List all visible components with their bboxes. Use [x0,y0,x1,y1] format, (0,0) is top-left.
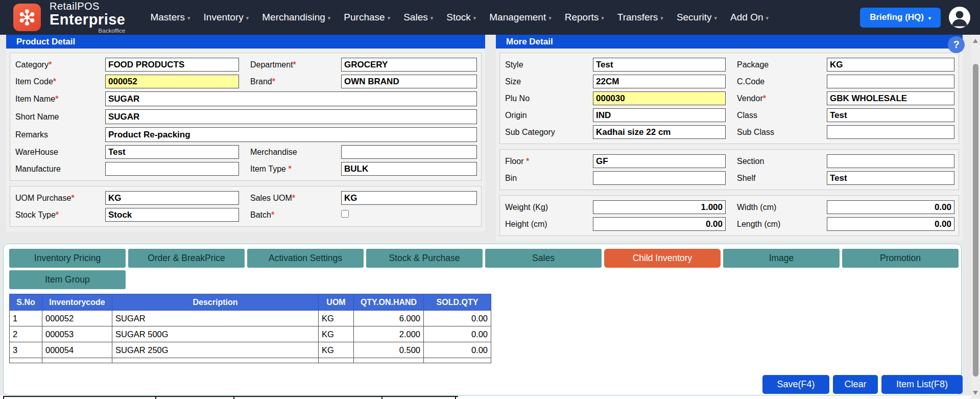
tab-inventory-pricing[interactable]: Inventory Pricing [9,249,126,268]
tab-promotion[interactable]: Promotion [842,249,959,268]
table-cell: 2.000 [354,326,424,342]
length-input[interactable] [827,217,954,231]
column-header-inventorycode: Inventorycode [42,294,112,311]
menu-merchandising[interactable]: Merchandising▾ [255,7,337,28]
menu-label: Purchase [344,12,385,23]
chevron-down-icon: ▾ [660,15,663,21]
menu-reports[interactable]: Reports▾ [558,7,611,28]
menu-stock[interactable]: Stock▾ [440,7,483,28]
style-label: Style [505,60,593,69]
brand-block: RetailPOS Enterprise Backoffice [50,1,125,34]
column-header-qty-on-hand: QTY.ON.HAND [354,294,424,311]
item-type-input[interactable] [341,162,477,176]
vendor-input[interactable] [827,91,954,105]
brand-input[interactable] [341,75,477,88]
sales-uom-input[interactable] [341,191,477,205]
scroll-up-arrow-icon[interactable] [973,39,978,43]
table-cell: 000053 [42,326,112,342]
class-input[interactable] [827,108,954,122]
item-code-label: Item Code* [15,77,105,86]
menu-sales[interactable]: Sales▾ [397,7,440,28]
size-input[interactable] [593,75,726,88]
batch-checkbox[interactable] [341,210,349,218]
weight-input[interactable] [593,200,726,214]
tab-sales[interactable]: Sales [485,249,602,268]
height-input[interactable] [593,217,726,231]
menu-masters[interactable]: Masters▾ [144,7,197,28]
table-header-row: S.NoInventorycodeDescriptionUOMQTY.ON.HA… [10,294,491,311]
menu-label: Transfers [617,12,658,23]
menu-inventory[interactable]: Inventory▾ [197,7,256,28]
warehouse-label: WareHouse [15,148,105,157]
chevron-down-icon: ▾ [388,15,391,21]
nav-menu: Masters▾Inventory▾Merchandising▾Purchase… [144,7,775,28]
bottom-partial-grid [3,396,458,399]
column-header-s-no: S.No [10,294,42,311]
section-input[interactable] [827,154,954,168]
remarks-input[interactable] [105,127,477,142]
manufacture-label: Manufacture [15,165,105,174]
menu-management[interactable]: Management▾ [483,7,558,28]
tab-image[interactable]: Image [723,249,840,268]
app-logo-icon [13,4,41,31]
shelf-input[interactable] [827,171,954,185]
plu-no-input[interactable] [593,91,726,105]
department-input[interactable] [341,58,477,72]
chevron-down-icon: ▾ [548,15,552,21]
scrollbar-thumb[interactable] [973,64,978,377]
tab-stock-purchase[interactable]: Stock & Purchase [366,249,483,268]
tab-activation-settings[interactable]: Activation Settings [247,249,364,268]
table-row[interactable]: 2000053SUGAR 500GKG2.0000.00 [10,326,491,342]
menu-transfers[interactable]: Transfers▾ [611,7,670,28]
menu-label: Masters [150,12,185,23]
scroll-down-arrow-icon[interactable] [973,391,978,395]
help-icon[interactable]: ? [948,36,965,53]
stock-type-input[interactable] [105,208,239,222]
chevron-down-icon: ▾ [187,15,190,21]
c-code-input[interactable] [827,75,954,88]
chevron-down-icon: ▾ [601,15,604,21]
floor-input[interactable] [593,154,726,168]
style-input[interactable] [593,58,726,72]
more-detail-panel: More Detail ? Style Package Size C.Code … [496,35,963,241]
table-body: 1000052SUGARKG6.0000.002000053SUGAR 500G… [10,311,491,363]
tab-child-inventory[interactable]: Child Inventory [604,249,721,268]
item-list-button[interactable]: Item List(F8) [881,375,963,394]
table-cell: 000054 [42,342,112,358]
table-cell: KG [319,311,354,326]
table-cell: 6.000 [354,311,424,326]
menu-add-on[interactable]: Add On▾ [724,7,775,28]
table-row[interactable]: 3000054SUGAR 250GKG0.5000.00 [10,342,491,358]
item-type-label: Item Type * [239,165,341,174]
table-cell: KG [319,342,354,358]
origin-input[interactable] [593,108,726,122]
tab-item-group[interactable]: Item Group [9,270,126,289]
category-input[interactable] [105,58,239,72]
uom-purchase-input[interactable] [105,191,239,205]
warehouse-input[interactable] [105,145,239,159]
vertical-scrollbar[interactable] [971,35,980,399]
table-row[interactable]: 1000052SUGARKG6.0000.00 [10,311,491,326]
sub-category-input[interactable] [593,125,726,139]
batch-label: Batch* [239,210,341,220]
clear-button[interactable]: Clear [833,375,878,394]
width-input[interactable] [827,200,954,214]
menu-purchase[interactable]: Purchase▾ [337,7,397,28]
item-code-input[interactable] [105,75,239,88]
sub-class-input[interactable] [827,125,954,139]
short-name-input[interactable] [105,109,477,124]
child-inventory-table: S.NoInventorycodeDescriptionUOMQTY.ON.HA… [9,294,491,363]
briefing-button[interactable]: Briefing (HQ) ▾ [860,8,941,28]
merchandise-input[interactable] [341,145,477,159]
c-code-label: C.Code [726,77,827,86]
bin-input[interactable] [593,171,726,185]
package-input[interactable] [827,58,954,72]
save-button[interactable]: Save(F4) [762,375,829,394]
tab-order-breakprice[interactable]: Order & BreakPrice [128,249,245,268]
manufacture-input[interactable] [105,162,239,176]
more-detail-header: More Detail [496,35,963,49]
user-avatar[interactable] [949,7,970,28]
vendor-label: Vendor* [726,94,827,103]
menu-security[interactable]: Security▾ [670,7,724,28]
item-name-input[interactable] [105,91,477,106]
